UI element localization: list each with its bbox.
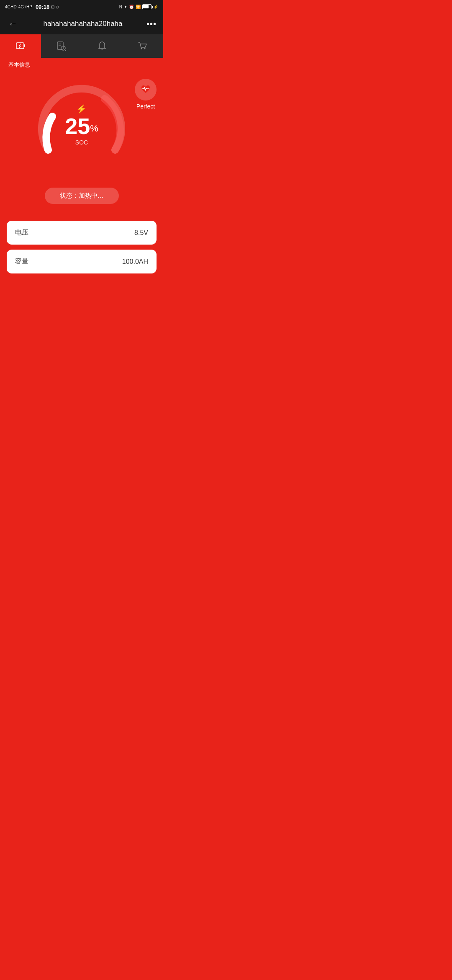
status-section: 状态：加热中…	[7, 188, 157, 204]
status-right: N ✦ ⏰ 🛜 66 ⚡	[119, 4, 158, 9]
lightning-icon: ⚡	[65, 104, 98, 114]
status-left: 4GHD 4G+HP 09:18 ⊡ ψ	[5, 4, 59, 10]
capacity-label: 容量	[15, 257, 28, 266]
status-pill: 状态：加热中…	[45, 188, 119, 204]
battery-tab-icon	[15, 40, 26, 52]
svg-point-8	[144, 48, 146, 49]
cart-tab-icon	[137, 40, 149, 52]
back-button[interactable]: ←	[7, 17, 19, 31]
usb-icon: ⊡ ψ	[51, 5, 59, 9]
main-content: 基本信息 ⚡ 25% SOC	[0, 58, 163, 290]
more-button[interactable]: •••	[146, 19, 157, 29]
title-bar: ← hahahahahahaha20haha •••	[0, 13, 163, 34]
section-label: 基本信息	[7, 58, 157, 70]
capacity-value: 100.0AH	[122, 258, 148, 266]
signal-text: 4GHD	[5, 5, 17, 9]
capacity-card: 容量 100.0AH	[7, 250, 157, 273]
search-tab-icon	[55, 40, 67, 52]
tab-bar	[0, 34, 163, 58]
mute-icon: N	[119, 5, 122, 9]
bell-tab-icon	[96, 40, 108, 52]
charging-icon: ⚡	[153, 5, 158, 9]
heart-ecg-icon	[140, 84, 152, 95]
percent-symbol: %	[90, 123, 98, 134]
health-icon-circle	[135, 79, 157, 101]
page-title: hahahahahahaha20haha	[43, 20, 122, 28]
tab-cart[interactable]	[123, 34, 164, 58]
gauge-container: ⚡ 25% SOC	[36, 79, 128, 171]
time-display: 09:18	[36, 4, 49, 10]
perfect-label: Perfect	[136, 103, 155, 110]
tab-search[interactable]	[41, 34, 82, 58]
svg-point-7	[141, 48, 142, 49]
soc-label: SOC	[65, 139, 98, 146]
soc-value: 25	[65, 113, 90, 139]
status-bar: 4GHD 4G+HP 09:18 ⊡ ψ N ✦ ⏰ 🛜 66 ⚡	[0, 0, 163, 13]
voltage-value: 8.5V	[134, 229, 148, 237]
gauge-percentage: 25%	[65, 115, 98, 137]
signal-text2: 4G+HP	[18, 5, 32, 9]
gauge-section: ⚡ 25% SOC Perfect	[7, 70, 157, 175]
battery-status: 66	[142, 4, 152, 9]
tab-notifications[interactable]	[82, 34, 123, 58]
svg-rect-1	[24, 44, 25, 47]
gauge-center: ⚡ 25% SOC	[65, 104, 98, 146]
perfect-badge: Perfect	[135, 79, 157, 110]
svg-line-4	[65, 50, 66, 51]
tab-battery[interactable]	[0, 34, 41, 58]
voltage-label: 电压	[15, 228, 28, 237]
svg-rect-2	[57, 42, 63, 49]
svg-rect-0	[16, 43, 24, 49]
voltage-card: 电压 8.5V	[7, 221, 157, 245]
bluetooth-icon: ✦	[124, 5, 127, 9]
info-cards: 电压 8.5V 容量 100.0AH	[7, 221, 157, 290]
battery-level: 66	[145, 5, 149, 8]
wifi-icon: 🛜	[136, 5, 141, 9]
alarm-icon: ⏰	[129, 5, 134, 9]
